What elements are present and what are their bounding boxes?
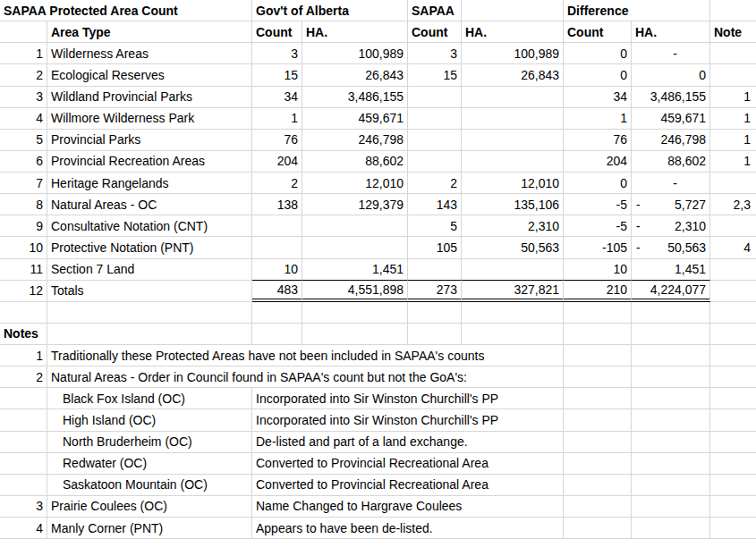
diff-count-cell[interactable]: 76 — [564, 130, 632, 151]
empty-cell[interactable] — [710, 518, 756, 539]
gov-ha-cell[interactable]: 26,843 — [302, 64, 408, 86]
empty-cell[interactable] — [47, 324, 252, 345]
empty-cell[interactable] — [710, 496, 756, 518]
diff-group-header[interactable]: Difference — [564, 0, 710, 21]
empty-cell[interactable] — [0, 302, 47, 324]
row-number-cell[interactable]: 11 — [0, 259, 47, 281]
area-type-cell[interactable]: Protective Notation (PNT) — [47, 237, 252, 258]
empty-cell[interactable] — [302, 324, 408, 345]
empty-cell[interactable] — [710, 388, 756, 409]
empty-cell[interactable] — [408, 324, 462, 345]
empty-cell[interactable] — [632, 518, 710, 539]
sapaa-count-cell[interactable]: 5 — [408, 215, 462, 237]
gov-count-cell[interactable] — [252, 237, 302, 258]
gov-count-cell[interactable]: 204 — [252, 151, 302, 173]
gov-ha-cell[interactable]: 459,671 — [302, 108, 408, 130]
empty-cell[interactable] — [252, 324, 302, 345]
note-header[interactable]: Note — [710, 21, 756, 43]
gov-ha-cell[interactable]: 3,486,155 — [302, 87, 408, 108]
empty-cell[interactable] — [252, 302, 302, 324]
sapaa-ha-cell[interactable] — [462, 108, 564, 130]
diff-ha-total-cell[interactable]: 4,224,077 — [632, 281, 710, 302]
sapaa-ha-cell[interactable]: 100,989 — [462, 43, 564, 64]
note-cell[interactable] — [710, 259, 756, 281]
empty-cell[interactable] — [710, 366, 756, 388]
sapaa-ha-cell[interactable] — [462, 259, 564, 281]
empty-cell[interactable] — [462, 324, 564, 345]
area-type-cell[interactable]: Provincial Parks — [47, 130, 252, 151]
note-cell[interactable] — [710, 43, 756, 64]
empty-cell[interactable] — [632, 366, 710, 388]
diff-count-total-cell[interactable]: 210 — [564, 281, 632, 302]
gov-ha-header[interactable]: HA. — [302, 21, 408, 43]
row-number-cell[interactable]: 4 — [0, 108, 47, 130]
note-number-cell[interactable]: 2 — [0, 366, 47, 388]
empty-cell[interactable] — [632, 432, 710, 453]
gov-ha-cell[interactable]: 1,451 — [302, 259, 408, 281]
note-description-cell[interactable]: Name Changed to Hargrave Coulees — [252, 496, 564, 518]
empty-cell[interactable] — [564, 366, 632, 388]
note-description-cell[interactable]: Incorporated into Sir Winston Churchill'… — [252, 409, 564, 431]
empty-cell[interactable] — [632, 345, 710, 366]
empty-cell[interactable] — [408, 302, 462, 324]
empty-cell[interactable] — [0, 21, 47, 43]
area-type-cell[interactable]: Consultative Notation (CNT) — [47, 215, 252, 237]
sapaa-ha-cell[interactable] — [462, 130, 564, 151]
row-number-cell[interactable]: 5 — [0, 130, 47, 151]
note-text-cell[interactable]: Natural Areas - Order in Council found i… — [47, 366, 564, 388]
note-cell[interactable]: 1 — [710, 130, 756, 151]
empty-cell[interactable] — [564, 475, 632, 496]
gov-count-header[interactable]: Count — [252, 21, 302, 43]
area-type-cell[interactable]: Totals — [47, 281, 252, 302]
sapaa-count-cell[interactable] — [408, 259, 462, 281]
note-cell[interactable]: 2,3 — [710, 194, 756, 215]
diff-count-cell[interactable]: 0 — [564, 173, 632, 194]
sapaa-ha-cell[interactable]: 12,010 — [462, 173, 564, 194]
gov-count-cell[interactable]: 15 — [252, 64, 302, 86]
row-number-cell[interactable]: 2 — [0, 64, 47, 86]
sapaa-count-cell[interactable]: 105 — [408, 237, 462, 258]
diff-ha-cell[interactable]: 1,451 — [632, 259, 710, 281]
note-cell[interactable] — [710, 281, 756, 302]
diff-ha-cell[interactable]: 0 — [632, 64, 710, 86]
sapaa-count-total-cell[interactable]: 273 — [408, 281, 462, 302]
area-type-cell[interactable]: Provincial Recreation Areas — [47, 151, 252, 173]
diff-ha-cell[interactable]: - — [632, 173, 710, 194]
area-type-cell[interactable]: Wildland Provincial Parks — [47, 87, 252, 108]
empty-cell[interactable] — [632, 475, 710, 496]
note-area-name-cell[interactable]: Manly Corner (PNT) — [47, 518, 252, 539]
sapaa-count-cell[interactable] — [408, 151, 462, 173]
gov-ha-cell[interactable]: 246,798 — [302, 130, 408, 151]
gov-count-cell[interactable]: 10 — [252, 259, 302, 281]
sapaa-count-cell[interactable]: 15 — [408, 64, 462, 86]
sapaa-count-cell[interactable] — [408, 108, 462, 130]
note-area-name-cell[interactable]: Prairie Coulees (OC) — [47, 496, 252, 518]
diff-ha-cell[interactable]: 459,671 — [632, 108, 710, 130]
empty-cell[interactable] — [564, 409, 632, 431]
sapaa-ha-cell[interactable]: 2,310 — [462, 215, 564, 237]
gov-ha-cell[interactable]: 100,989 — [302, 43, 408, 64]
area-type-cell[interactable]: Willmore Wilderness Park — [47, 108, 252, 130]
diff-count-cell[interactable]: -105 — [564, 237, 632, 258]
sapaa-ha-cell[interactable] — [462, 87, 564, 108]
sapaa-count-cell[interactable]: 143 — [408, 194, 462, 215]
empty-cell[interactable] — [710, 345, 756, 366]
row-number-cell[interactable]: 3 — [0, 87, 47, 108]
empty-cell[interactable] — [710, 453, 756, 475]
empty-cell[interactable] — [564, 302, 632, 324]
note-number-cell[interactable]: 3 — [0, 496, 47, 518]
diff-count-header[interactable]: Count — [564, 21, 632, 43]
diff-count-cell[interactable]: 0 — [564, 64, 632, 86]
note-area-name-cell[interactable]: Redwater (OC) — [47, 453, 252, 475]
row-number-cell[interactable]: 10 — [0, 237, 47, 258]
note-area-name-cell[interactable]: Black Fox Island (OC) — [47, 388, 252, 409]
empty-cell[interactable] — [564, 324, 632, 345]
gov-ha-cell[interactable] — [302, 215, 408, 237]
sapaa-ha-cell[interactable] — [462, 151, 564, 173]
diff-ha-cell[interactable]: - 5,727 — [632, 194, 710, 215]
area-type-cell[interactable]: Section 7 Land — [47, 259, 252, 281]
diff-ha-cell[interactable]: - — [632, 43, 710, 64]
empty-cell[interactable] — [564, 518, 632, 539]
diff-ha-cell[interactable]: 3,486,155 — [632, 87, 710, 108]
gov-count-cell[interactable]: 3 — [252, 43, 302, 64]
